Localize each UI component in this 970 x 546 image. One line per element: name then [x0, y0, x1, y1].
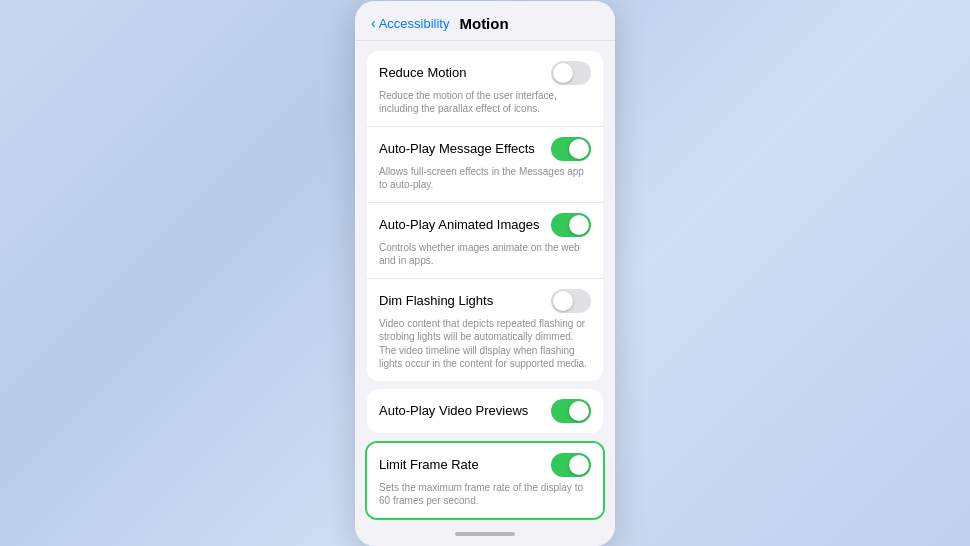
settings-section-video: Auto-Play Video Previews	[367, 389, 603, 433]
page-title: Motion	[459, 15, 508, 32]
settings-section-main: Reduce Motion Reduce the motion of the u…	[367, 51, 603, 381]
settings-label: Auto-Play Message Effects	[379, 141, 535, 156]
list-item: Limit Frame Rate Sets the maximum frame …	[367, 443, 603, 518]
settings-description: Sets the maximum frame rate of the displ…	[379, 481, 591, 508]
settings-description: Controls whether images animate on the w…	[379, 241, 591, 268]
phone-card: ‹ Accessibility Motion Reduce Motion Red…	[355, 1, 615, 546]
settings-label: Auto-Play Animated Images	[379, 217, 539, 232]
settings-label: Limit Frame Rate	[379, 457, 479, 472]
settings-row: Reduce Motion	[379, 61, 591, 85]
list-item: Dim Flashing Lights Video content that d…	[367, 279, 603, 381]
list-item: Reduce Motion Reduce the motion of the u…	[367, 51, 603, 127]
settings-row: Limit Frame Rate	[379, 453, 591, 477]
home-bar	[455, 532, 515, 536]
toggle-knob	[553, 63, 573, 83]
list-item: Auto-Play Message Effects Allows full-sc…	[367, 127, 603, 203]
autoplay-animated-images-toggle[interactable]	[551, 213, 591, 237]
reduce-motion-toggle[interactable]	[551, 61, 591, 85]
settings-row: Auto-Play Animated Images	[379, 213, 591, 237]
back-button[interactable]: ‹ Accessibility	[371, 15, 449, 31]
autoplay-message-effects-toggle[interactable]	[551, 137, 591, 161]
settings-label: Reduce Motion	[379, 65, 466, 80]
settings-description: Allows full-screen effects in the Messag…	[379, 165, 591, 192]
home-indicator	[355, 526, 615, 546]
settings-list: Reduce Motion Reduce the motion of the u…	[355, 41, 615, 526]
settings-row: Dim Flashing Lights	[379, 289, 591, 313]
autoplay-video-previews-toggle[interactable]	[551, 399, 591, 423]
list-item: Auto-Play Animated Images Controls wheth…	[367, 203, 603, 279]
settings-section-framerate: Limit Frame Rate Sets the maximum frame …	[365, 441, 605, 520]
toggle-knob	[569, 215, 589, 235]
nav-bar: ‹ Accessibility Motion	[355, 1, 615, 41]
list-item: Auto-Play Video Previews	[367, 389, 603, 433]
settings-row: Auto-Play Message Effects	[379, 137, 591, 161]
dim-flashing-lights-toggle[interactable]	[551, 289, 591, 313]
settings-label: Dim Flashing Lights	[379, 293, 493, 308]
back-label: Accessibility	[379, 16, 450, 31]
toggle-knob	[553, 291, 573, 311]
settings-description: Reduce the motion of the user interface,…	[379, 89, 591, 116]
toggle-knob	[569, 401, 589, 421]
limit-frame-rate-toggle[interactable]	[551, 453, 591, 477]
toggle-knob	[569, 139, 589, 159]
settings-row: Auto-Play Video Previews	[379, 399, 591, 423]
settings-description: Video content that depicts repeated flas…	[379, 317, 591, 371]
settings-label: Auto-Play Video Previews	[379, 403, 528, 418]
toggle-knob	[569, 455, 589, 475]
back-chevron-icon: ‹	[371, 15, 376, 31]
